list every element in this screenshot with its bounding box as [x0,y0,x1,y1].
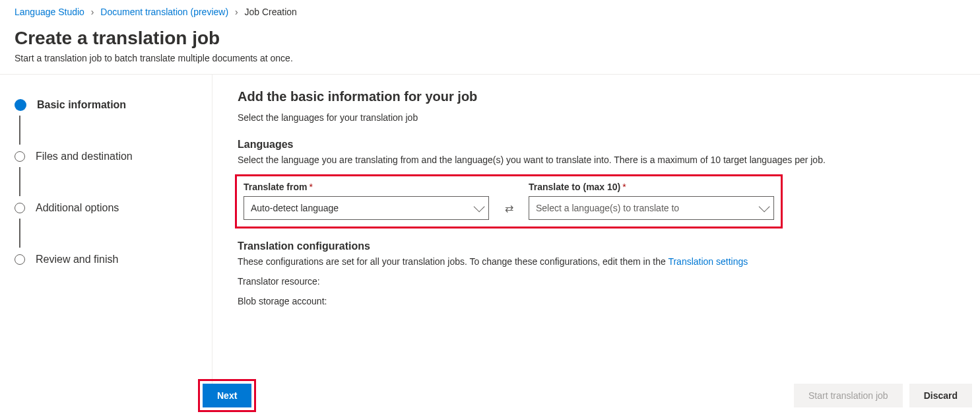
translator-resource-label: Translator resource: [238,276,980,287]
blob-storage-label: Blob storage account: [238,296,980,306]
page-title: Create a translation job [15,28,965,49]
config-desc: These configurations are set for all you… [238,256,980,267]
step-circle-icon [15,203,25,213]
required-asterisk: * [309,182,312,192]
translation-settings-link[interactable]: Translation settings [668,256,748,267]
step-circle-icon [15,254,25,265]
step-basic-information[interactable]: Basic information [15,96,197,114]
discard-button[interactable]: Discard [909,384,972,407]
step-label: Review and finish [36,254,118,265]
swap-languages-button[interactable]: ⇄ [501,196,517,220]
step-review-finish[interactable]: Review and finish [15,250,197,269]
chevron-right-icon: › [91,7,94,17]
step-circle-filled-icon [15,99,26,111]
next-highlight: Next [198,379,256,412]
chevron-down-icon [759,201,770,212]
step-additional-options[interactable]: Additional options [15,199,197,217]
breadcrumb-current: Job Creation [245,7,297,17]
footer: Next Start translation job Discard [0,379,980,412]
config-title: Translation configurations [238,240,980,252]
next-button[interactable]: Next [203,384,251,407]
translate-from-dropdown[interactable]: Auto-detect language [244,196,489,220]
step-files-destination[interactable]: Files and destination [15,147,197,166]
breadcrumb: Language Studio › Document translation (… [0,0,980,18]
dropdown-value: Auto-detect language [251,203,339,213]
step-label: Additional options [36,202,119,214]
languages-highlight: Translate from* Auto-detect language ⇄ T… [235,174,783,228]
start-translation-button: Start translation job [794,384,903,407]
translate-to-dropdown[interactable]: Select a language(s) to translate to [529,196,774,220]
dropdown-placeholder: Select a language(s) to translate to [536,203,679,213]
stepper: Basic information Files and destination … [0,75,212,402]
stepper-line [19,116,20,145]
stepper-line [19,219,20,248]
step-label: Basic information [37,99,126,111]
step-label: Files and destination [36,151,133,162]
chevron-down-icon [474,201,485,212]
step-circle-icon [15,151,25,162]
languages-title: Languages [238,139,980,151]
section-subtitle: Select the languages for your translatio… [238,112,980,123]
section-heading: Add the basic information for your job [238,89,980,104]
stepper-line [19,167,20,196]
swap-icon: ⇄ [505,202,513,215]
breadcrumb-link-document-translation[interactable]: Document translation (preview) [100,7,228,17]
page-subtitle: Start a translation job to batch transla… [15,53,965,63]
chevron-right-icon: › [235,7,238,17]
translate-to-label: Translate to (max 10)* [529,182,774,192]
translate-from-label: Translate from* [244,182,489,192]
languages-desc: Select the language you are translating … [238,155,980,165]
breadcrumb-link-language-studio[interactable]: Language Studio [15,7,84,17]
required-asterisk: * [622,182,626,192]
